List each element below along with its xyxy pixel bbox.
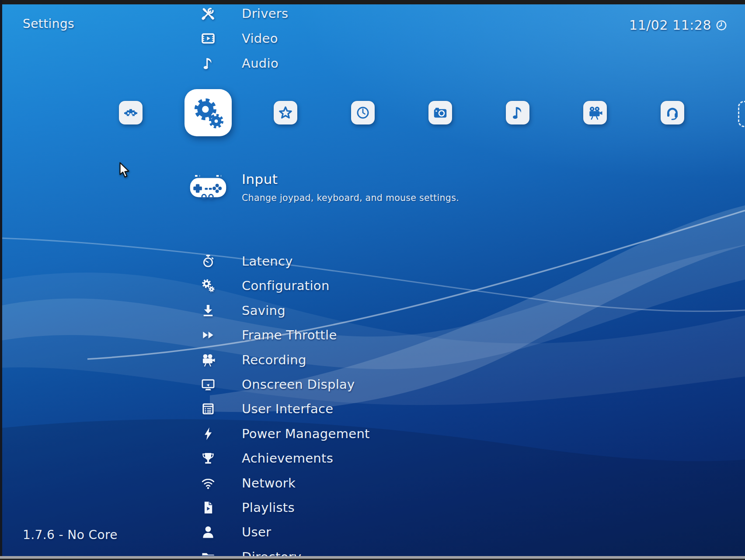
menu-item-label: Playlists [242, 500, 295, 515]
netplay-headset-icon [661, 101, 684, 124]
videos-camcorder-icon [583, 101, 607, 124]
menu-item-label: Power Management [242, 426, 370, 441]
menu-item-label: Network [242, 476, 296, 491]
menu-item-label: Video [242, 31, 278, 46]
user-interface-icon [201, 401, 216, 416]
menu-item-label: User [242, 525, 271, 539]
menu-item-label: Audio [242, 56, 279, 71]
audio-note-icon [201, 56, 216, 71]
clock-text: 11/02 11:28 [629, 17, 711, 33]
menu-item-label: User Interface [242, 401, 333, 416]
music-note-icon [506, 101, 529, 124]
version-label: 1.7.6 - No Core [23, 528, 118, 542]
configuration-gears-icon [201, 278, 216, 293]
playlists-file-icon [201, 500, 216, 515]
tab-images[interactable] [428, 101, 452, 124]
selected-item-title: Input [242, 171, 278, 187]
status-clock-icon [715, 19, 728, 31]
tab-favorites[interactable] [274, 101, 297, 124]
saving-download-icon [201, 303, 216, 318]
page-title: Settings [23, 17, 74, 31]
frame-throttle-icon [201, 328, 216, 342]
tab-main-menu[interactable] [119, 101, 143, 124]
menu-item-label: Recording [242, 353, 306, 367]
menu-item-label: Achievements [242, 451, 333, 466]
menu-item-label: Frame Throttle [242, 328, 337, 342]
tab-music[interactable] [506, 101, 529, 124]
network-wifi-icon [201, 476, 216, 491]
retroarch-logo-icon [119, 101, 143, 124]
tab-videos[interactable] [583, 101, 607, 124]
tab-history[interactable] [351, 101, 375, 124]
user-person-icon [201, 525, 216, 539]
achievements-trophy-icon [201, 451, 216, 466]
mouse-cursor [118, 162, 131, 179]
tab-netplay[interactable] [661, 101, 684, 124]
menu-item-label: Latency [242, 254, 293, 269]
status-clock: 11/02 11:28 [629, 17, 728, 33]
history-clock-icon [351, 101, 375, 124]
tab-settings[interactable] [185, 89, 232, 136]
menu-item-label: Drivers [242, 6, 288, 21]
drivers-icon [201, 6, 216, 21]
recording-camcorder-icon [201, 353, 216, 367]
window-border-left [0, 0, 2, 560]
window-border-top [0, 0, 745, 4]
retroarch-xmb-screen: Settings 11/02 11:28 DriversVideoAudio I… [0, 0, 745, 560]
settings-gears-icon [185, 89, 232, 136]
tab-import-content[interactable] [738, 101, 745, 127]
onscreen-display-icon [201, 377, 216, 392]
input-gamepad-icon [188, 172, 228, 202]
images-camera-icon [428, 101, 452, 124]
favorites-star-icon [274, 101, 297, 124]
menu-item-label: Onscreen Display [242, 377, 355, 392]
video-film-icon [201, 31, 216, 46]
power-lightning-icon [201, 426, 216, 441]
selected-item-description: Change joypad, keyboard, and mouse setti… [242, 193, 459, 203]
latency-stopwatch-icon [201, 254, 216, 269]
menu-item-label: Configuration [242, 278, 330, 293]
menu-item-label: Saving [242, 303, 285, 318]
